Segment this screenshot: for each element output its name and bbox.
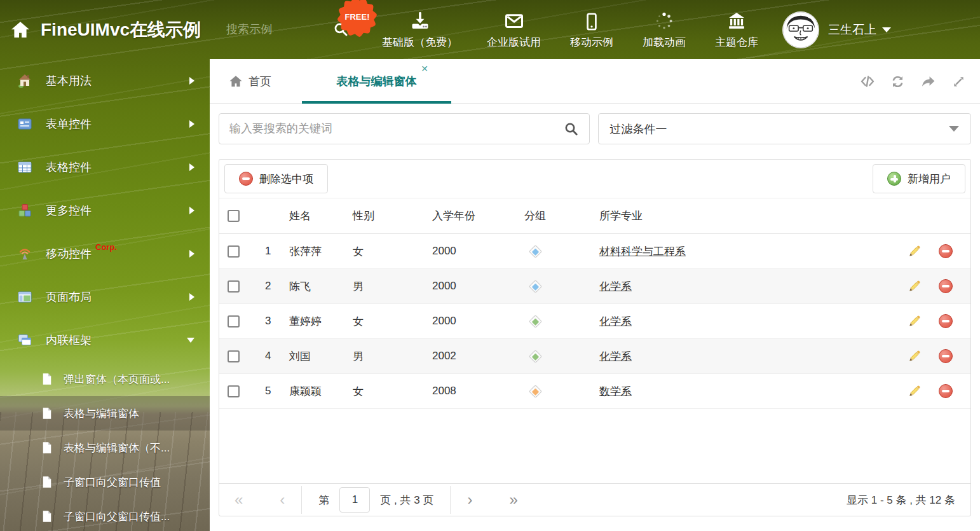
search-icon[interactable] [564,121,579,137]
keyword-search-box [219,113,590,144]
select-all-checkbox[interactable] [228,210,240,222]
view-source-icon[interactable] [860,74,875,89]
header-nav: FREE! 基础版（免费） 企业版试用 移动示例 加载动画 主题仓库 [382,10,758,50]
refresh-icon[interactable] [890,74,905,89]
sidebar-item-page-layout[interactable]: 页面布局 [0,275,210,319]
sidebar-subitem-grid-edit-window[interactable]: 表格与编辑窗体 [0,396,210,431]
table-row: 2 陈飞 男 2000 化学系 [219,269,970,304]
sidebar-item-grid-controls[interactable]: 表格控件 [0,146,210,189]
expand-arrow-icon [189,120,194,128]
column-header-year[interactable]: 入学年份 [432,209,524,223]
row-number: 1 [247,245,276,258]
delete-selected-button[interactable]: 删除选中项 [224,164,328,193]
delete-row-button[interactable] [939,314,953,328]
edit-row-button[interactable] [908,384,922,398]
user-name: 三生石上 [828,22,876,38]
row-checkbox[interactable] [228,245,240,258]
sidebar-item-form-controls[interactable]: 表单控件 [0,102,210,146]
last-page-button[interactable]: » [509,492,517,507]
spinner-icon [655,10,674,31]
expand-arrow-icon [189,163,194,171]
tab-close-icon[interactable] [421,64,428,73]
add-user-button[interactable]: 新增用户 [873,164,965,193]
major-link[interactable]: 材料科学与工程系 [599,245,686,258]
edit-row-button[interactable] [908,244,922,258]
nav-item-theme-repository[interactable]: 主题仓库 [715,10,758,50]
row-checkbox[interactable] [228,315,240,328]
major-link[interactable]: 数学系 [599,385,632,397]
major-link[interactable]: 化学系 [599,350,632,362]
column-header-gender[interactable]: 性别 [353,209,432,223]
sidebar-item-more-controls[interactable]: 更多控件 [0,189,210,232]
table-icon [17,160,33,175]
pager-divider [450,486,451,514]
row-number: 5 [247,385,276,397]
nav-item-mobile-demos[interactable]: 移动示例 [570,10,613,50]
sidebar-item-iframe[interactable]: 内联框架 [0,319,210,362]
row-checkbox[interactable] [228,350,240,362]
delete-row-button[interactable] [939,244,953,258]
pager-divider [301,486,302,514]
keyword-search-input[interactable] [229,122,564,135]
sidebar-subitem-popup-window[interactable]: 弹出窗体（本页面或... [0,362,210,396]
column-header-major[interactable]: 所学专业 [599,209,899,223]
sidebar-subitem-child-to-parent[interactable]: 子窗口向父窗口传值 [0,465,210,499]
delete-row-button[interactable] [939,384,953,398]
header-search-input[interactable] [226,23,322,36]
grid-toolbar: 删除选中项 新增用户 [219,160,970,198]
row-checkbox[interactable] [228,280,240,293]
frames-icon [17,333,33,348]
expand-arrow-icon [189,293,194,301]
tab-home[interactable]: 首页 [229,74,271,89]
tag-icon [529,314,542,328]
row-checkbox[interactable] [228,385,240,397]
table-row: 1 张萍萍 女 2000 材料科学与工程系 [219,234,970,269]
user-menu[interactable]: 三生石上 [782,11,902,48]
document-icon [41,476,53,488]
tab-actions [860,59,966,104]
cell-year: 2000 [432,315,524,328]
filter-dropdown[interactable]: 过滤条件一 [598,113,972,144]
minus-circle-icon [239,172,253,186]
sidebar-subitem-child-to-parent-2[interactable]: 子窗口向父窗口传值... [0,499,210,531]
row-number: 3 [247,315,276,328]
cell-name: 张萍萍 [276,244,353,259]
edit-row-button[interactable] [908,349,922,363]
prev-page-button[interactable]: ‹ [280,492,285,507]
filter-row: 过滤条件一 [210,104,980,144]
document-icon [41,510,53,523]
sidebar-subitem-grid-edit-window-2[interactable]: 表格与编辑窗体（不... [0,431,210,465]
brand-home-icon[interactable] [10,20,31,40]
major-link[interactable]: 化学系 [599,280,632,293]
share-icon[interactable] [920,74,936,90]
layout-icon [17,289,33,305]
expand-arrow-icon [189,250,194,258]
fullscreen-icon[interactable] [951,74,966,89]
column-header-group[interactable]: 分组 [524,209,599,223]
next-page-button[interactable]: › [467,492,472,507]
header-bar: FineUIMvc在线示例 FREE! 基础版（免费） 企业版试用 移动示例 加… [0,0,980,59]
major-link[interactable]: 化学系 [599,315,632,328]
sidebar-item-basic-usage[interactable]: 基本用法 [0,59,210,102]
first-page-button[interactable]: « [235,492,243,507]
chevron-down-icon [949,126,959,132]
nav-item-enterprise-trial[interactable]: 企业版试用 [487,10,541,50]
column-header-name[interactable]: 姓名 [276,209,353,223]
delete-row-button[interactable] [939,279,953,293]
tab-grid-edit-window[interactable]: 表格与编辑窗体 [302,59,451,104]
cell-name: 董婷婷 [276,314,353,329]
nav-item-basic-edition[interactable]: FREE! 基础版（免费） [382,10,458,50]
cell-year: 2002 [432,350,524,362]
avatar [782,11,819,48]
edit-row-button[interactable] [908,279,922,293]
tab-bar: 首页 表格与编辑窗体 [210,59,980,104]
tag-icon [529,279,542,293]
nav-item-loading-animations[interactable]: 加载动画 [643,10,686,50]
delete-row-button[interactable] [939,349,953,363]
sidebar-item-mobile-controls[interactable]: 移动控件 Corp. [0,232,210,275]
collapse-arrow-icon [187,338,194,343]
mobile-icon [583,10,601,31]
edit-row-button[interactable] [908,314,922,328]
tag-icon [529,244,542,258]
page-number-input[interactable] [339,487,370,513]
